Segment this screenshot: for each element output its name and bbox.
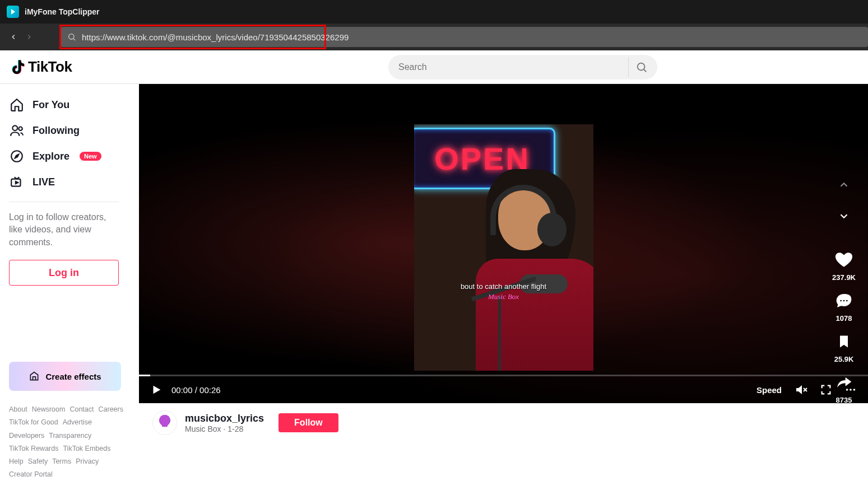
footer-link[interactable]: About (9, 405, 27, 413)
app-logo-icon (7, 6, 19, 18)
mute-button[interactable] (794, 383, 807, 396)
action-rail: 237.9K 1078 25.9K 8735 (832, 174, 856, 403)
sidebar-item-label: Following (33, 125, 80, 137)
footer-link[interactable]: Creator Portal (9, 470, 53, 478)
sidebar-item-label: For You (33, 99, 69, 111)
footer-links: AboutNewsroomContactCareers TikTok for G… (9, 403, 126, 481)
uploader-row: musicbox_lyrics Music Box · 1-28 Follow (139, 403, 868, 442)
svg-line-1 (73, 39, 75, 40)
footer-link[interactable]: Privacy (76, 457, 99, 465)
next-video-button[interactable] (833, 205, 855, 227)
address-input[interactable] (82, 32, 861, 42)
footer-link[interactable]: Newsroom (32, 405, 66, 413)
speed-button[interactable]: Speed (756, 385, 782, 395)
tiktok-logo-text: TikTok (28, 58, 72, 76)
address-input-container (61, 27, 868, 47)
save-button[interactable] (833, 330, 855, 353)
svg-marker-13 (154, 386, 161, 394)
home-icon (9, 97, 25, 112)
sidebar-item-explore[interactable]: Explore New (9, 143, 134, 169)
prev-video-button[interactable] (833, 174, 855, 196)
footer-link[interactable]: TikTok Embeds (63, 445, 110, 452)
like-button[interactable] (833, 249, 855, 271)
content-area: OPEN bout to catch another flight Music … (139, 84, 868, 481)
search-button[interactable] (628, 57, 654, 77)
footer-link[interactable]: Terms (52, 457, 71, 465)
play-button[interactable] (150, 384, 163, 396)
footer-link[interactable]: Contact (69, 405, 94, 413)
compass-icon (9, 149, 25, 164)
video-watermark: Music Box (488, 292, 519, 301)
sidebar-item-live[interactable]: LIVE (9, 169, 134, 195)
svg-marker-9 (16, 181, 18, 184)
sidebar-item-foryou[interactable]: For You (9, 92, 134, 118)
effects-icon (29, 371, 40, 382)
footer-link[interactable]: TikTok Rewards (9, 445, 58, 452)
svg-point-10 (840, 300, 842, 302)
uploader-username[interactable]: musicbox_lyrics (185, 413, 264, 424)
live-icon (9, 175, 25, 189)
tiktok-logo-icon (9, 59, 26, 76)
sidebar-divider (9, 202, 119, 202)
uploader-subtitle: Music Box · 1-28 (185, 424, 264, 433)
comment-count: 1078 (836, 314, 852, 323)
tiktok-header: TikTok (0, 50, 868, 84)
fullscreen-button[interactable] (820, 384, 832, 396)
create-effects-label: Create effects (45, 372, 101, 381)
comment-button[interactable] (833, 289, 855, 312)
save-count: 25.9K (834, 355, 854, 363)
footer-link[interactable]: Careers (99, 405, 123, 413)
uploader-avatar[interactable] (152, 410, 177, 435)
app-title: iMyFone TopClipper (25, 7, 100, 16)
svg-point-11 (843, 300, 845, 302)
search-input[interactable] (398, 62, 628, 72)
svg-point-12 (846, 300, 848, 302)
login-button[interactable]: Log in (9, 260, 119, 286)
app-titlebar: iMyFone TopClipper (0, 0, 868, 24)
footer-link[interactable]: Advertise (63, 418, 92, 426)
sidebar: For You Following Explore New LIVE Log i… (0, 84, 139, 481)
video-frame: OPEN bout to catch another flight Music … (414, 124, 593, 371)
nav-back-button[interactable] (6, 29, 21, 45)
svg-point-2 (637, 63, 644, 70)
svg-marker-7 (15, 155, 19, 158)
search-icon (67, 32, 76, 41)
svg-line-3 (644, 69, 646, 72)
svg-point-18 (853, 389, 856, 391)
video-caption: bout to catch another flight (461, 282, 546, 291)
svg-point-17 (850, 389, 852, 391)
search-bar (388, 55, 657, 80)
video-controls: 00:00 / 00:26 Speed (139, 376, 868, 403)
address-bar-row (0, 24, 868, 50)
avatar-icon (159, 417, 171, 429)
svg-point-16 (846, 389, 848, 391)
like-count: 237.9K (832, 273, 856, 282)
footer-link[interactable]: Developers (9, 432, 44, 440)
svg-point-0 (69, 34, 74, 39)
sidebar-item-label: Explore (33, 151, 69, 162)
svg-point-4 (12, 125, 17, 130)
follow-button[interactable]: Follow (278, 413, 338, 432)
tiktok-logo[interactable]: TikTok (9, 58, 72, 76)
footer-link[interactable]: Help (9, 457, 24, 465)
more-button[interactable] (844, 384, 857, 396)
video-player[interactable]: OPEN bout to catch another flight Music … (139, 84, 868, 403)
footer-link[interactable]: Safety (28, 457, 48, 465)
footer-link[interactable]: TikTok for Good (9, 418, 58, 426)
new-badge: New (80, 152, 101, 161)
video-time: 00:00 / 00:26 (171, 385, 221, 395)
create-effects-button[interactable]: Create effects (9, 362, 121, 391)
sidebar-item-label: LIVE (33, 176, 55, 188)
people-icon (9, 123, 25, 138)
video-subject (459, 164, 593, 371)
svg-point-5 (18, 127, 22, 131)
login-prompt-text: Log in to follow creators, like videos, … (9, 211, 119, 249)
footer-link[interactable]: Transparency (49, 432, 91, 440)
sidebar-item-following[interactable]: Following (9, 118, 134, 143)
nav-forward-button[interactable] (21, 29, 37, 45)
